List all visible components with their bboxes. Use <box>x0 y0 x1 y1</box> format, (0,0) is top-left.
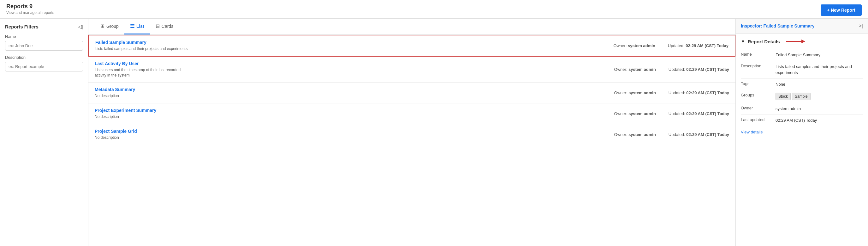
report-name: Metadata Summary <box>95 87 614 92</box>
details-section-header: ▼ Report Details <box>741 38 863 44</box>
detail-value: Lists failed samples and their projects … <box>776 64 852 75</box>
view-details-link[interactable]: View details <box>741 130 763 134</box>
detail-key: Tags <box>741 81 776 88</box>
report-row[interactable]: Project Experiment Summary No descriptio… <box>88 103 736 124</box>
report-updated: Updated: 02:29 AM (CST) Today <box>669 111 729 116</box>
collapse-sidebar-button[interactable]: ◁| <box>78 24 83 30</box>
sidebar-title: Reports Filters <box>5 24 38 29</box>
svg-marker-1 <box>801 39 805 43</box>
inspector-header: Inspector: Failed Sample Summary >| <box>736 19 868 33</box>
report-owner: Owner: system admin <box>614 43 655 48</box>
collapse-details-icon[interactable]: ▼ <box>741 39 745 44</box>
filter-name-group: Name <box>5 34 83 51</box>
detail-value: Failed Sample Summary <box>776 53 820 57</box>
app-container: Reports 9 View and manage all reports + … <box>0 0 868 246</box>
report-description: Lists failed samples and their projects … <box>95 46 190 52</box>
report-row[interactable]: Failed Sample Summary Lists failed sampl… <box>88 35 736 57</box>
group-badge: Sample <box>792 93 811 100</box>
report-updated: Updated: 02:29 AM (CST) Today <box>669 90 729 95</box>
report-owner: Owner: system admin <box>614 132 656 137</box>
detail-value: 02:29 AM (CST) Today <box>776 118 817 123</box>
report-updated: Updated: 02:29 AM (CST) Today <box>669 132 729 137</box>
tabs-bar: ⊞ Group ☰ List ⊟ Cards <box>88 19 736 35</box>
inspector-close-button[interactable]: >| <box>859 23 863 29</box>
report-updated: Updated: 02:29 AM (CST) Today <box>668 43 728 48</box>
reports-list: Failed Sample Summary Lists failed sampl… <box>88 35 736 246</box>
tab-group-label: Group <box>106 24 119 29</box>
detail-row: Last updated 02:29 AM (CST) Today <box>741 115 863 126</box>
detail-value-cell: Failed Sample Summary <box>776 52 863 58</box>
report-info: Project Sample Grid No description <box>95 129 614 140</box>
detail-row: Description Lists failed samples and the… <box>741 61 863 79</box>
report-name: Failed Sample Summary <box>95 40 614 45</box>
inspector-panel: Inspector: Failed Sample Summary >| ▼ Re… <box>736 19 868 246</box>
report-info: Metadata Summary No description <box>95 87 614 99</box>
report-info: Last Activity By User Lists users and th… <box>95 61 614 78</box>
report-row[interactable]: Project Sample Grid No description Owner… <box>88 124 736 145</box>
inspector-details: Name Failed Sample Summary Description L… <box>741 49 863 126</box>
report-info: Failed Sample Summary Lists failed sampl… <box>95 40 614 52</box>
detail-row: Groups StockSample <box>741 90 863 103</box>
inspector-title: Inspector: Failed Sample Summary <box>741 23 814 28</box>
report-owner: Owner: system admin <box>614 90 656 95</box>
report-description: No description <box>95 93 189 99</box>
group-icon: ⊞ <box>100 23 104 29</box>
filter-description-group: Description <box>5 55 83 72</box>
report-description: No description <box>95 135 189 140</box>
detail-row: Owner system admin <box>741 103 863 115</box>
tab-list-label: List <box>136 24 144 29</box>
inspector-prefix: Inspector: <box>741 23 762 28</box>
detail-value-cell: Lists failed samples and their projects … <box>776 63 863 76</box>
detail-value: None <box>776 82 785 87</box>
report-description: Lists users and the timestamp of their l… <box>95 67 189 78</box>
tab-group[interactable]: ⊞ Group <box>95 19 124 34</box>
page-title: Reports 9 <box>6 3 54 10</box>
center-panel: ⊞ Group ☰ List ⊟ Cards Failed Sample Sum… <box>88 19 736 246</box>
report-name: Last Activity By User <box>95 61 614 66</box>
report-meta: Owner: system admin Updated: 02:29 AM (C… <box>614 132 729 137</box>
new-report-button[interactable]: + New Report <box>820 4 862 16</box>
cards-icon: ⊟ <box>156 23 160 29</box>
tab-cards[interactable]: ⊟ Cards <box>150 19 179 34</box>
tab-cards-label: Cards <box>162 24 173 29</box>
group-badge: Stock <box>776 93 791 100</box>
detail-row: Tags None <box>741 79 863 90</box>
details-section-title: Report Details <box>748 39 780 44</box>
detail-value: system admin <box>776 106 801 111</box>
detail-key: Owner <box>741 106 776 112</box>
inspector-body: ▼ Report Details Name Failed Sample Summ… <box>736 33 868 246</box>
report-name: Project Sample Grid <box>95 129 614 134</box>
detail-value-cell: system admin <box>776 106 863 112</box>
sidebar: Reports Filters ◁| Name Description <box>0 19 88 246</box>
report-meta: Owner: system admin Updated: 02:29 AM (C… <box>614 90 729 95</box>
detail-row: Name Failed Sample Summary <box>741 49 863 61</box>
detail-key: Description <box>741 63 776 76</box>
report-row[interactable]: Metadata Summary No description Owner: s… <box>88 83 736 103</box>
inspector-report-link[interactable]: Failed Sample Summary <box>764 23 815 28</box>
report-name: Project Experiment Summary <box>95 108 614 113</box>
filter-name-label: Name <box>5 34 83 39</box>
report-meta: Owner: system admin Updated: 02:29 AM (C… <box>614 111 729 116</box>
report-info: Project Experiment Summary No descriptio… <box>95 108 614 119</box>
detail-value-cell: None <box>776 81 863 88</box>
detail-key: Groups <box>741 93 776 100</box>
detail-value-cell: 02:29 AM (CST) Today <box>776 117 863 124</box>
detail-key: Last updated <box>741 117 776 124</box>
report-updated: Updated: 02:29 AM (CST) Today <box>669 67 729 72</box>
report-owner: Owner: system admin <box>614 67 656 72</box>
sidebar-header: Reports Filters ◁| <box>5 24 83 30</box>
page-subtitle: View and manage all reports <box>6 10 54 15</box>
report-owner: Owner: system admin <box>614 111 656 116</box>
top-header: Reports 9 View and manage all reports + … <box>0 0 868 19</box>
filter-description-input[interactable] <box>5 62 83 72</box>
detail-key: Name <box>741 52 776 58</box>
detail-value-cell: StockSample <box>776 93 863 100</box>
report-description: No description <box>95 114 189 119</box>
main-content: Reports Filters ◁| Name Description ⊞ Gr… <box>0 19 868 246</box>
tab-list[interactable]: ☰ List <box>124 19 150 34</box>
header-info: Reports 9 View and manage all reports <box>6 3 54 15</box>
filter-name-input[interactable] <box>5 41 83 51</box>
report-meta: Owner: system admin Updated: 02:29 AM (C… <box>614 67 729 72</box>
report-meta: Owner: system admin Updated: 02:29 AM (C… <box>614 43 728 48</box>
report-row[interactable]: Last Activity By User Lists users and th… <box>88 57 736 83</box>
